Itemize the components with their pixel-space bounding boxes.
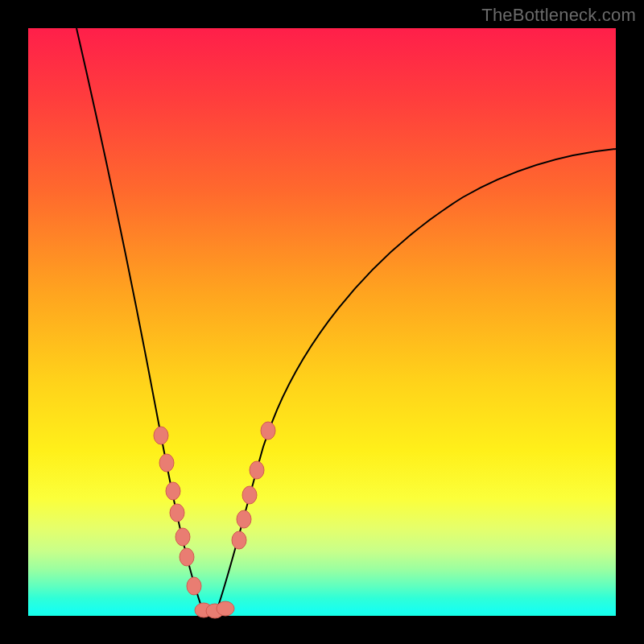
curve-marker <box>180 548 194 566</box>
curve-marker <box>159 454 174 472</box>
curve-marker <box>242 486 257 504</box>
marker-group <box>154 422 275 618</box>
curve-marker <box>217 601 234 616</box>
curve-marker <box>261 422 275 440</box>
bottleneck-curve <box>76 28 616 612</box>
curve-marker <box>187 577 201 595</box>
plot-area <box>28 28 616 616</box>
curve-marker <box>250 461 264 479</box>
chart-frame: TheBottleneck.com <box>0 0 644 644</box>
watermark-text: TheBottleneck.com <box>481 5 636 26</box>
bottleneck-curve-svg <box>28 28 616 616</box>
curve-marker <box>170 504 184 522</box>
curve-marker <box>175 528 190 546</box>
curve-marker <box>154 427 168 444</box>
curve-marker <box>232 531 246 549</box>
curve-marker <box>237 510 251 528</box>
curve-marker <box>166 482 180 500</box>
